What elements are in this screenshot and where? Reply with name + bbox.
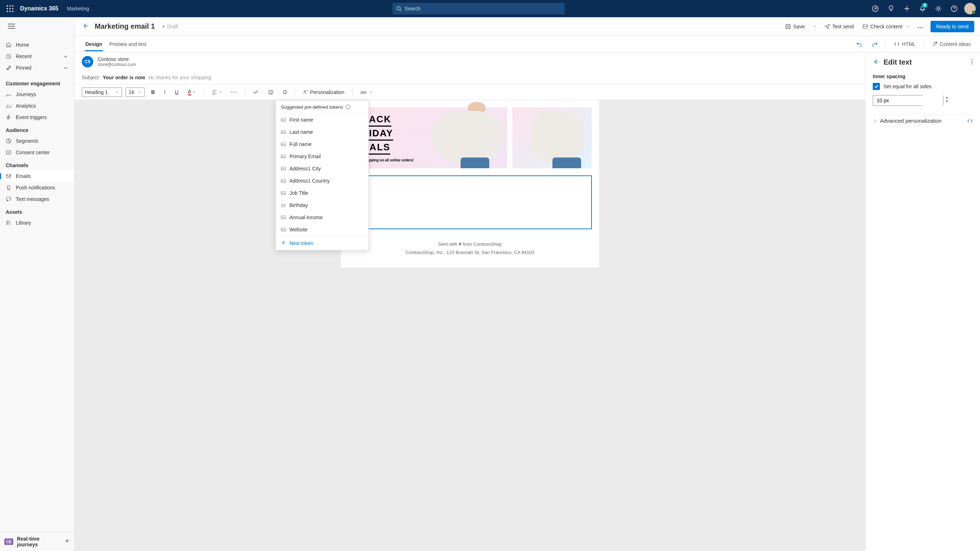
nav-consent-center[interactable]: Consent center [0,147,74,158]
text-block[interactable]: Text Hi [348,175,592,229]
fontcolor-button[interactable]: A [185,86,198,97]
save-dropdown[interactable] [810,22,819,32]
hamburger-icon[interactable] [5,21,69,33]
svg-point-31 [304,91,305,92]
status-badge: Draft [162,24,178,29]
info-icon[interactable] [345,104,351,110]
app-launcher-icon[interactable] [3,5,17,12]
test-send-button[interactable]: Test send [821,22,858,32]
html-button[interactable]: HTML [892,39,918,49]
svg-rect-19 [6,197,11,200]
new-token-button[interactable]: +New token [276,236,368,250]
nav-text-messages[interactable]: Text messages [0,193,74,205]
spellcheck-button[interactable]: abc [358,88,375,97]
add-icon[interactable] [900,2,914,16]
token-item-3[interactable]: AbcPrimary Email [276,150,368,162]
nav-journeys[interactable]: Journeys [0,89,74,100]
sender-name[interactable]: Contoso store [97,56,136,62]
code-icon[interactable] [967,118,973,124]
area-switcher[interactable]: CE Real-time journeys [0,532,74,551]
svg-rect-15 [6,151,11,154]
svg-point-25 [231,91,232,92]
search-input[interactable]: Search [393,3,565,14]
undo-button[interactable] [854,39,864,49]
token-item-4[interactable]: AbcAddress1 City [276,162,368,175]
footer-line-1: Sent with ♥ from ContosoShop [341,240,599,248]
nav-library[interactable]: Library [0,217,74,229]
more-actions-button[interactable] [915,22,926,32]
sender-email[interactable]: store@contoso.com [97,62,136,67]
emoji-button[interactable] [265,87,277,97]
token-item-7[interactable]: Birthday [276,199,368,211]
footer-line-2: ContosoShop, Inc., 123 Brannan St, San F… [341,248,599,256]
panel-more-button[interactable] [971,59,973,66]
svg-point-5 [12,8,14,10]
token-item-1[interactable]: AbcLast name [276,126,368,138]
more-format-button[interactable] [228,89,240,95]
bold-button[interactable]: B [148,87,158,97]
svg-point-28 [269,90,273,94]
nav-recent[interactable]: Recent [0,51,74,62]
link-button[interactable] [250,87,261,97]
nav-analytics[interactable]: Analytics [0,100,74,111]
advanced-personalization-accordion[interactable]: Advanced personalization [873,115,973,127]
avatar[interactable] [963,2,977,16]
token-menu-header: Suggested pre-defined tokens [276,100,368,114]
svg-point-35 [972,61,973,62]
tab-design[interactable]: Design [82,37,106,51]
align-button[interactable] [209,87,224,97]
nav-push-notifications[interactable]: Push notifications [0,182,74,193]
svg-point-22 [918,27,919,28]
equal-sides-checkbox[interactable] [873,83,880,90]
fontsize-select[interactable]: 16 [126,88,145,97]
spin-down[interactable]: ▼ [943,99,951,104]
svg-point-11 [937,8,939,10]
content-ideas-button[interactable]: Content ideas [930,39,973,49]
heading-select[interactable]: Heading 1 [82,88,122,97]
check-content-button[interactable]: Check content [859,22,913,32]
panel-back-button[interactable] [873,59,879,66]
underline-button[interactable]: U [172,87,181,97]
svg-point-26 [234,91,234,92]
back-button[interactable] [80,21,91,32]
spin-up[interactable]: ▲ [943,96,951,99]
svg-point-24 [922,27,923,28]
ready-to-send-button[interactable]: Ready to send [931,21,974,32]
token-item-0[interactable]: AbcFirst name [276,114,368,126]
share-icon[interactable] [868,2,883,16]
italic-button[interactable]: I [161,87,169,97]
svg-point-36 [972,64,973,65]
hero-image-left[interactable]: BLACK FRIDAY DEALS Free shipping on all … [348,107,507,168]
nav-event-triggers[interactable]: Event triggers [0,111,74,123]
symbol-button[interactable]: Ω [280,87,290,97]
svg-point-1 [10,5,11,7]
svg-point-2 [12,5,14,7]
redo-button[interactable] [870,39,880,49]
svg-point-3 [7,8,8,10]
notifications-icon[interactable]: 8 [915,2,930,16]
token-item-2[interactable]: AbcFull name [276,138,368,150]
help-icon[interactable] [947,2,961,16]
token-item-9[interactable]: AbcWebsite [276,223,368,236]
personalization-button[interactable]: Personalization [300,87,347,97]
token-item-5[interactable]: AbcAddress1 Country [276,175,368,187]
token-item-6[interactable]: AbcJob Title [276,187,368,199]
section-assets: Assets [0,205,74,217]
token-item-8[interactable]: AbcAnnual income [276,211,368,223]
text-content[interactable]: Hi [355,182,585,188]
svg-point-30 [271,91,272,91]
spacing-input[interactable]: ▲▼ [873,95,923,106]
tab-preview[interactable]: Preview and test [106,37,150,51]
nav-segments[interactable]: Segments [0,135,74,147]
spacing-value[interactable] [873,96,943,105]
settings-icon[interactable] [931,2,945,16]
subject-field[interactable]: Subject: Your order is now Hi, thanks fo… [75,71,865,84]
nav-home[interactable]: Home [0,39,74,51]
lightbulb-icon[interactable] [884,2,898,16]
hero-image-right[interactable] [512,107,592,168]
svg-point-6 [7,11,8,12]
nav-pinned[interactable]: Pinned [0,62,74,73]
nav-emails[interactable]: Emails [0,170,74,182]
svg-rect-16 [6,174,11,178]
save-button[interactable]: Save [782,22,808,32]
